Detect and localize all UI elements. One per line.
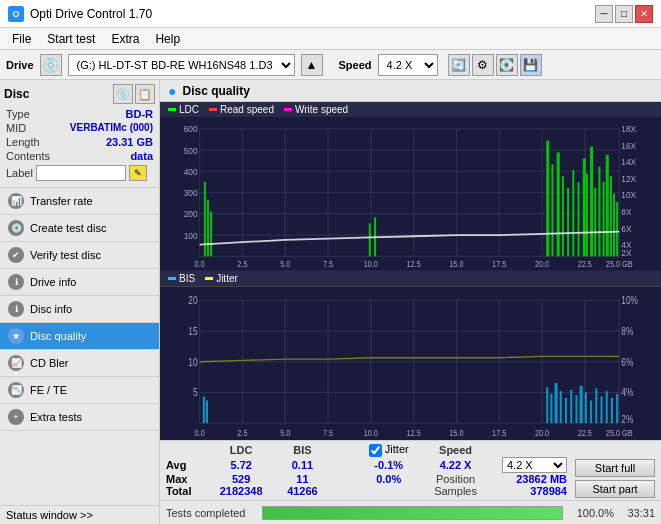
svg-rect-48 [369,223,371,256]
svg-text:20.0: 20.0 [535,427,549,438]
drive-disc-icon[interactable]: 💿 [40,54,62,76]
toolbar-disc2-icon[interactable]: 💽 [496,54,518,76]
sidebar-item-create-test-disc[interactable]: 💿 Create test disc [0,215,159,242]
svg-rect-114 [585,392,587,423]
samples-label: Samples [422,485,489,497]
avg-jitter: -0.1% [355,457,422,473]
svg-rect-50 [546,141,549,257]
svg-text:100: 100 [184,230,198,241]
svg-rect-55 [572,170,574,256]
close-button[interactable]: ✕ [635,5,653,23]
eject-button[interactable]: ▲ [301,54,323,76]
svg-text:600: 600 [184,124,198,135]
svg-text:18X: 18X [621,124,636,135]
toolbar-save-icon[interactable]: 💾 [520,54,542,76]
disc-section: Disc 💿 📋 Type BD-R MID VERBATIMc (000) L… [0,80,159,188]
menu-help[interactable]: Help [147,30,188,48]
drive-info-icon: ℹ [8,274,24,290]
svg-rect-64 [610,176,612,256]
sidebar-item-extra-tests[interactable]: + Extra tests [0,404,159,431]
svg-text:10.0: 10.0 [364,427,378,438]
svg-rect-106 [546,387,548,423]
svg-text:16X: 16X [621,140,636,151]
extra-tests-label: Extra tests [30,411,82,423]
charts-container: LDC Read speed Write speed [160,102,661,440]
menu-start-test[interactable]: Start test [39,30,103,48]
sidebar-item-cd-bler[interactable]: 📈 CD Bler [0,350,159,377]
svg-text:2.5: 2.5 [237,260,248,270]
disc-info-label: Disc info [30,303,72,315]
disc-info-icon: ℹ [8,301,24,317]
svg-rect-107 [550,393,552,422]
sidebar-item-verify-test-disc[interactable]: ✔ Verify test disc [0,242,159,269]
contents-value: data [130,150,153,162]
disc-btn1[interactable]: 💿 [113,84,133,104]
title-bar: O Opti Drive Control 1.70 ─ □ ✕ [0,0,661,28]
toolbar-settings-icon[interactable]: ⚙ [472,54,494,76]
write-legend-label: Write speed [295,104,348,115]
svg-text:15: 15 [188,325,197,337]
svg-text:300: 300 [184,188,198,199]
minimize-button[interactable]: ─ [595,5,613,23]
label-btn[interactable]: ✎ [129,165,147,181]
svg-text:400: 400 [184,166,198,177]
svg-text:4%: 4% [621,386,633,398]
disc-btn2[interactable]: 📋 [135,84,155,104]
disc-quality-header-icon: ● [168,83,176,99]
label-input[interactable] [36,165,126,181]
speed-col-header: Speed [422,443,489,457]
svg-rect-112 [575,395,577,423]
start-full-button[interactable]: Start full [575,459,655,477]
status-window-btn[interactable]: Status window >> [0,505,159,524]
svg-rect-46 [207,200,209,257]
progress-label: Tests completed [166,507,256,519]
svg-text:2%: 2% [621,413,633,425]
ldc-col-header: LDC [211,443,272,457]
start-part-button[interactable]: Start part [575,480,655,498]
disc-quality-icon: ★ [8,328,24,344]
drive-label: Drive [6,59,34,71]
sidebar-item-disc-quality[interactable]: ★ Disc quality [0,323,159,350]
jitter-legend-dot [205,277,213,280]
maximize-button[interactable]: □ [615,5,633,23]
sidebar-item-fe-te[interactable]: 📉 FE / TE [0,377,159,404]
drive-select[interactable]: (G:) HL-DT-ST BD-RE WH16NS48 1.D3 [68,54,295,76]
svg-text:5: 5 [193,386,198,398]
window-controls: ─ □ ✕ [595,5,653,23]
svg-rect-53 [562,176,564,256]
nav-items: 📊 Transfer rate 💿 Create test disc ✔ Ver… [0,188,159,505]
sidebar-item-disc-info[interactable]: ℹ Disc info [0,296,159,323]
create-test-disc-icon: 💿 [8,220,24,236]
svg-text:200: 200 [184,209,198,220]
mid-value: VERBATIMc (000) [70,122,153,134]
svg-rect-56 [578,182,580,256]
svg-rect-118 [606,391,608,423]
svg-text:2.5: 2.5 [237,427,247,438]
svg-text:22.5: 22.5 [578,260,593,270]
avg-label: Avg [166,457,211,473]
svg-rect-52 [557,152,560,256]
toolbar-refresh-icon[interactable]: 🔄 [448,54,470,76]
menu-bar: File Start test Extra Help [0,28,661,50]
length-label: Length [6,136,40,148]
sidebar-item-drive-info[interactable]: ℹ Drive info [0,269,159,296]
svg-text:22.5: 22.5 [578,427,592,438]
main-layout: Disc 💿 📋 Type BD-R MID VERBATIMc (000) L… [0,80,661,524]
svg-rect-119 [611,397,613,422]
disc-quality-header-title: Disc quality [182,84,249,98]
right-panel: ● Disc quality LDC Read speed Write spee… [160,80,661,524]
sidebar-item-transfer-rate[interactable]: 📊 Transfer rate [0,188,159,215]
max-ldc: 529 [211,473,272,485]
svg-text:5.0: 5.0 [280,427,290,438]
jitter-checkbox[interactable] [369,444,382,457]
total-bis: 41266 [272,485,333,497]
svg-text:25.0 GB: 25.0 GB [606,427,633,438]
speed-select[interactable]: 4.2 X [378,54,438,76]
svg-text:20: 20 [188,294,197,306]
read-legend-dot [209,108,217,111]
menu-extra[interactable]: Extra [103,30,147,48]
speed-select-stats[interactable]: 4.2 X [502,457,567,473]
menu-file[interactable]: File [4,30,39,48]
cd-bler-icon: 📈 [8,355,24,371]
progress-area: Tests completed 100.0% 33:31 [160,500,661,524]
